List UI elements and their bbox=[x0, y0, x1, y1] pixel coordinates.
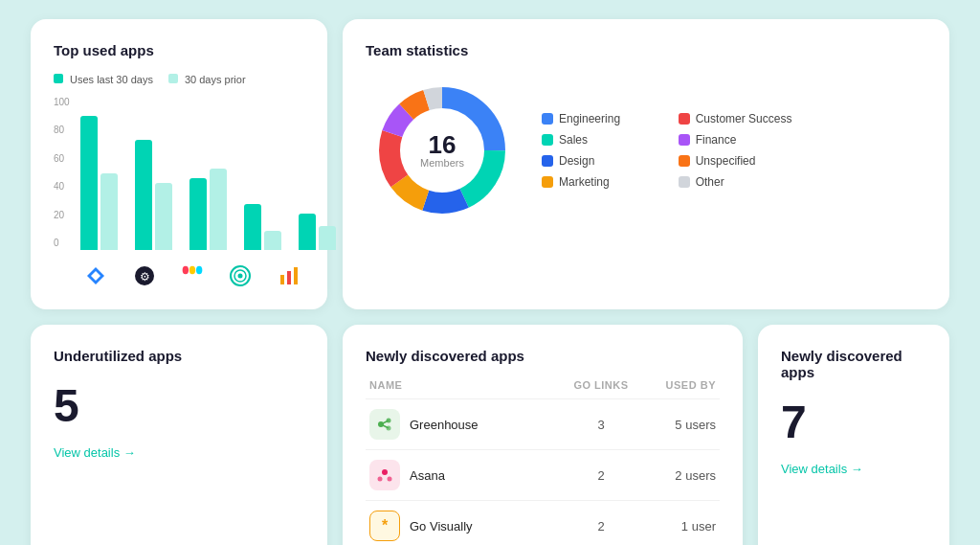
app-icons-row: ⚙ bbox=[54, 265, 304, 286]
underutilized-card: Underutilized apps 5 View details → bbox=[31, 325, 327, 545]
top-apps-card: Top used apps Uses last 30 days 30 days … bbox=[31, 19, 327, 309]
donut-number: 16 bbox=[420, 132, 464, 157]
bar-secondary-1 bbox=[155, 183, 172, 250]
bar-secondary-4 bbox=[319, 226, 336, 250]
legend-primary: Uses last 30 days bbox=[54, 74, 153, 85]
new-apps-table-title: Newly discovered apps bbox=[366, 348, 720, 364]
app-icon-github: ⚙ bbox=[128, 265, 159, 286]
chart-legend: Uses last 30 days 30 days prior bbox=[54, 74, 304, 85]
underutilized-view-details[interactable]: View details → bbox=[54, 445, 136, 460]
svg-point-3 bbox=[189, 266, 195, 275]
bar-group-3 bbox=[244, 204, 281, 250]
legend-color-design bbox=[542, 155, 553, 167]
go-links-govisually: 2 bbox=[563, 519, 639, 534]
legend-color-other bbox=[679, 176, 690, 188]
legend-color-marketing bbox=[542, 176, 553, 188]
app-icon-asana bbox=[369, 460, 400, 490]
legend-color-engineering bbox=[542, 113, 553, 125]
table-row: Greenhouse 3 5 users bbox=[366, 398, 720, 449]
legend-engineering: Engineering bbox=[542, 112, 656, 125]
bar-secondary-3 bbox=[264, 231, 281, 250]
bar-secondary-2 bbox=[210, 169, 227, 250]
app-name-govisually: * Go Visually bbox=[369, 511, 563, 541]
donut-center: 16 Members bbox=[420, 132, 464, 169]
app-icon-monday bbox=[177, 265, 208, 286]
table-row: * Go Visually 2 1 user bbox=[366, 500, 720, 545]
svg-rect-8 bbox=[280, 275, 284, 284]
bar-primary-2 bbox=[189, 178, 207, 250]
bar-secondary-0 bbox=[100, 173, 118, 250]
svg-text:⚙: ⚙ bbox=[139, 270, 149, 284]
bar-primary-4 bbox=[299, 214, 316, 250]
used-by-govisually: 1 user bbox=[639, 519, 716, 534]
new-apps-count-card: Newly discovered apps 7 View details → bbox=[758, 325, 949, 545]
svg-rect-10 bbox=[294, 267, 298, 284]
legend-color-sales bbox=[542, 134, 553, 146]
svg-point-27 bbox=[388, 477, 392, 482]
team-stats-title: Team statistics bbox=[366, 42, 926, 58]
legend-dot-primary bbox=[54, 74, 63, 83]
bar-primary-0 bbox=[80, 116, 98, 250]
team-stats-card: Team statistics bbox=[343, 19, 949, 309]
new-apps-view-details[interactable]: View details → bbox=[781, 462, 863, 476]
go-links-greenhouse: 3 bbox=[563, 418, 639, 432]
bar-primary-3 bbox=[244, 204, 261, 250]
bar-primary-1 bbox=[135, 140, 152, 250]
new-apps-count: 7 bbox=[781, 396, 926, 448]
app-icon-radar bbox=[225, 265, 256, 286]
donut-chart: 16 Members bbox=[366, 74, 519, 227]
svg-point-4 bbox=[196, 266, 202, 275]
bar-group-1 bbox=[135, 140, 172, 250]
legend-color-customer-success bbox=[679, 113, 690, 125]
app-name-asana: Asana bbox=[369, 460, 563, 490]
app-icon-jira bbox=[80, 265, 111, 286]
svg-point-25 bbox=[382, 469, 388, 475]
team-legend-grid: Engineering Customer Success Sales Finan… bbox=[542, 112, 791, 189]
underutilized-title: Underutilized apps bbox=[54, 348, 304, 364]
app-name-greenhouse: Greenhouse bbox=[369, 409, 563, 440]
new-apps-table-card: Newly discovered apps NAME GO LINKS USED… bbox=[343, 325, 743, 545]
legend-color-finance bbox=[679, 134, 690, 146]
bar-group-4 bbox=[299, 214, 336, 250]
used-by-asana: 2 users bbox=[639, 468, 716, 483]
used-by-greenhouse: 5 users bbox=[639, 418, 716, 432]
table-row: Asana 2 2 users bbox=[366, 449, 720, 500]
legend-dot-secondary bbox=[168, 74, 178, 83]
new-apps-count-title: Newly discovered apps bbox=[781, 348, 926, 380]
legend-other: Other bbox=[679, 175, 792, 189]
legend-finance: Finance bbox=[679, 133, 792, 147]
donut-label: Members bbox=[420, 157, 464, 169]
legend-design: Design bbox=[542, 154, 656, 168]
y-axis: 100 80 60 40 20 0 bbox=[54, 97, 70, 250]
team-stats-inner: 16 Members Engineering Customer Success … bbox=[366, 74, 926, 227]
top-apps-title: Top used apps bbox=[54, 42, 304, 58]
app-icon-govisually: * bbox=[369, 511, 400, 541]
svg-rect-9 bbox=[287, 271, 291, 284]
table-header: NAME GO LINKS USED BY bbox=[366, 379, 720, 391]
legend-sales: Sales bbox=[542, 133, 656, 147]
legend-marketing: Marketing bbox=[542, 175, 656, 189]
underutilized-count: 5 bbox=[54, 379, 304, 432]
svg-point-2 bbox=[183, 266, 189, 275]
legend-unspecified: Unspecified bbox=[679, 154, 792, 168]
legend-customer-success: Customer Success bbox=[679, 112, 792, 125]
bar-chart: 100 80 60 40 20 0 bbox=[54, 97, 304, 250]
go-links-asana: 2 bbox=[563, 468, 639, 483]
dashboard: Top used apps Uses last 30 days 30 days … bbox=[31, 19, 949, 545]
bar-group-2 bbox=[189, 169, 227, 250]
legend-secondary: 30 days prior bbox=[168, 74, 246, 85]
bar-group-0 bbox=[80, 116, 118, 250]
svg-point-26 bbox=[378, 477, 383, 482]
app-icon-powerbi bbox=[274, 265, 304, 286]
app-icon-greenhouse bbox=[369, 409, 400, 440]
svg-point-7 bbox=[238, 274, 243, 279]
legend-color-unspecified bbox=[679, 155, 690, 167]
